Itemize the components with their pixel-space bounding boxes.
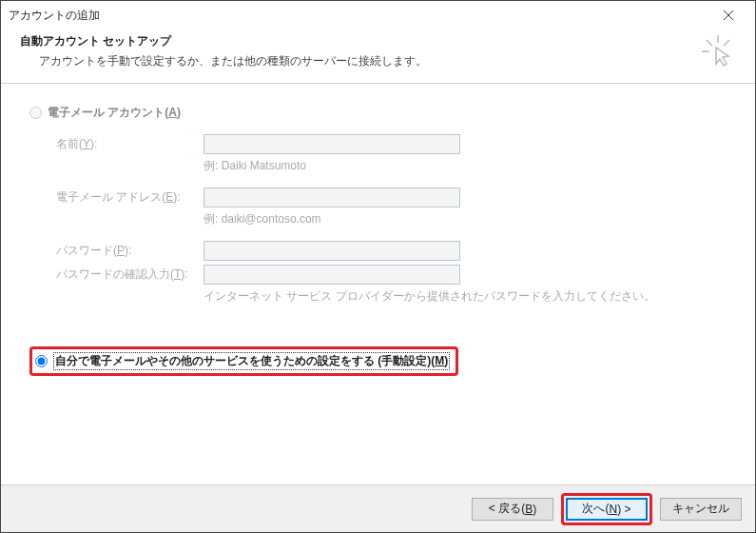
next-button-highlight: 次へ(N) > [561, 493, 652, 525]
wizard-heading: 自動アカウント セットアップ [20, 33, 736, 49]
name-input[interactable] [204, 134, 460, 154]
wizard-subtitle: アカウントを手動で設定するか、または他の種類のサーバーに接続します。 [39, 53, 736, 69]
name-hint: 例: Daiki Matsumoto [204, 158, 306, 174]
password-confirm-label: パスワードの確認入力(T): [56, 266, 204, 283]
radio-email-account[interactable] [29, 107, 42, 119]
svg-line-4 [724, 40, 729, 46]
next-button[interactable]: 次へ(N) > [566, 498, 648, 521]
isp-hint: インターネット サービス プロバイダーから提供されたパスワードを入力してください… [204, 288, 655, 305]
manual-setup-highlight: 自分で電子メールやその他のサービスを使うための設定をする (手動設定)(M) [29, 346, 458, 376]
window-title: アカウントの追加 [9, 8, 100, 24]
cancel-button[interactable]: キャンセル [660, 498, 742, 521]
email-label: 電子メール アドレス(E): [56, 189, 204, 206]
close-button[interactable] [709, 2, 747, 29]
email-hint: 例: daiki@contoso.com [204, 211, 321, 227]
back-button[interactable]: < 戻る(B) [472, 498, 553, 521]
password-label: パスワード(P): [56, 243, 204, 259]
cursor-decoration-icon [702, 35, 734, 70]
radio-manual-setup-label: 自分で電子メールやその他のサービスを使うための設定をする (手動設定)(M) [53, 352, 450, 370]
radio-email-account-label: 電子メール アカウント(A) [48, 105, 181, 121]
email-input[interactable] [204, 188, 460, 207]
svg-line-3 [707, 40, 712, 46]
close-icon [724, 10, 733, 20]
name-label: 名前(Y): [56, 136, 204, 152]
password-confirm-input[interactable] [204, 265, 460, 285]
password-input[interactable] [204, 241, 460, 261]
radio-manual-setup[interactable] [35, 355, 48, 367]
